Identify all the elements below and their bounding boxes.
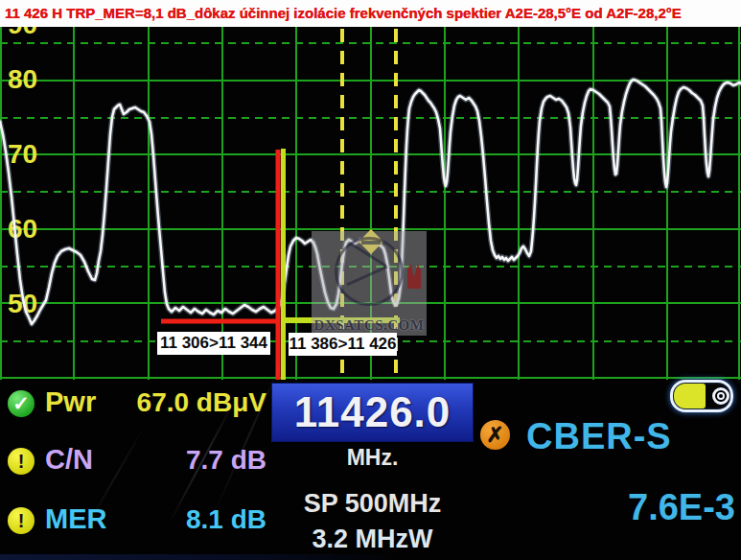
mer-value: 8.1 dB (105, 504, 266, 535)
span-label: SP 500MHz (271, 489, 474, 519)
pwr-label: Pwr (45, 386, 96, 418)
watermark-logo-icon (335, 237, 404, 306)
mer-label: MER (45, 503, 106, 535)
pwr-value: 67.0 dBμV (105, 387, 266, 418)
cn-value: 7.7 dB (105, 445, 266, 476)
marker-range-label-1: 11 306>11 344 (157, 332, 270, 355)
error-icon: ✗ (480, 420, 510, 450)
check-glyph: ✓ (12, 392, 30, 415)
satmeter-screen: 9080706050 DXSATCS.COM 11 306>11 344 11 … (0, 0, 741, 560)
warning-icon: ! (8, 448, 35, 475)
bandwidth-label: 3.2 MHzW (271, 525, 474, 554)
battery-icon (670, 380, 733, 412)
warning-icon: ! (8, 507, 35, 534)
watermark-accent-icon (407, 264, 421, 289)
watermark: DXSATCS.COM (312, 231, 427, 336)
spectrum-panel: 9080706050 DXSATCS.COM 11 306>11 344 11 … (0, 0, 741, 380)
marker-range-label-2: 11 386>11 426 (289, 333, 397, 356)
warning-glyph: ! (18, 451, 25, 473)
ber-value: 7.6E-3 (575, 487, 735, 528)
svg-text:80: 80 (8, 64, 37, 94)
battery-terminal (712, 387, 729, 405)
warning-glyph: ! (18, 510, 25, 532)
cn-label: C/N (45, 444, 93, 476)
svg-text:70: 70 (8, 139, 37, 169)
frequency-unit: MHz. (271, 445, 474, 471)
watermark-text: DXSATCS.COM (312, 317, 427, 334)
screen-edge (0, 554, 403, 560)
cber-label: CBER-S (526, 416, 672, 457)
status-panel: ✓ Pwr 67.0 dBμV ! C/N 7.7 dB ! MER 8.1 d… (0, 380, 741, 560)
check-icon: ✓ (8, 390, 35, 417)
title-bar: 11 426 H TRP_MER=8,1 dB_dôkaz účinnej iz… (0, 0, 741, 27)
error-glyph: ✗ (486, 423, 503, 448)
frequency-display[interactable]: 11426.0 (271, 383, 474, 442)
battery-level (674, 384, 706, 408)
